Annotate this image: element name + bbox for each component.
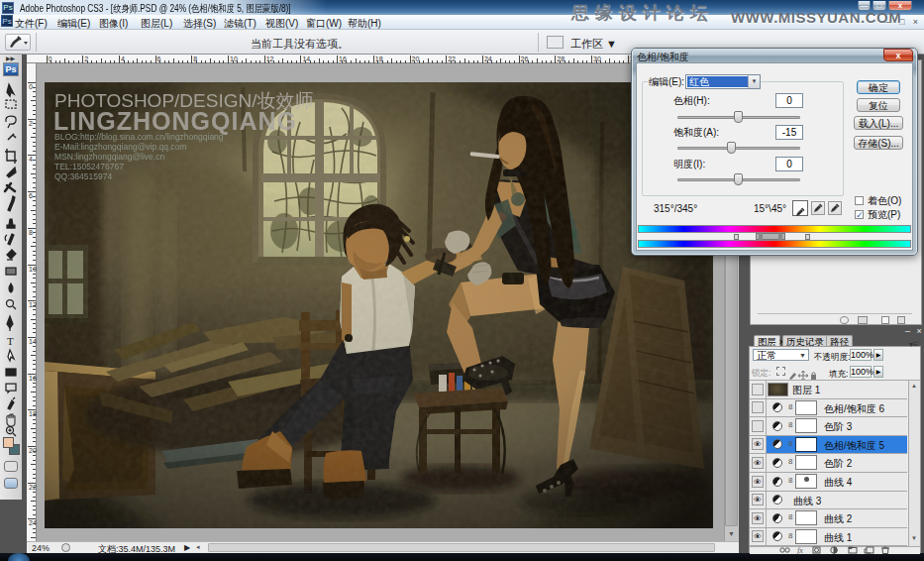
svg-text:QQ:364515974: QQ:364515974	[54, 171, 112, 181]
svg-text:MSN:lingzhongqiang@live.cn: MSN:lingzhongqiang@live.cn	[54, 152, 164, 162]
svg-text:T: T	[7, 335, 14, 347]
svg-text:E-Mail:lingzhongqiang@vip.qq.c: E-Mail:lingzhongqiang@vip.qq.com	[54, 142, 186, 152]
svg-text:TEL:15052476767: TEL:15052476767	[54, 162, 124, 171]
svg-text:LINGZHONGQIANG: LINGZHONGQIANG	[53, 107, 297, 135]
svg-text:BLOG:http://blog.sina.com.cn/l: BLOG:http://blog.sina.com.cn/lingzhongqi…	[54, 132, 224, 142]
svg-text:fx: fx	[797, 546, 803, 554]
